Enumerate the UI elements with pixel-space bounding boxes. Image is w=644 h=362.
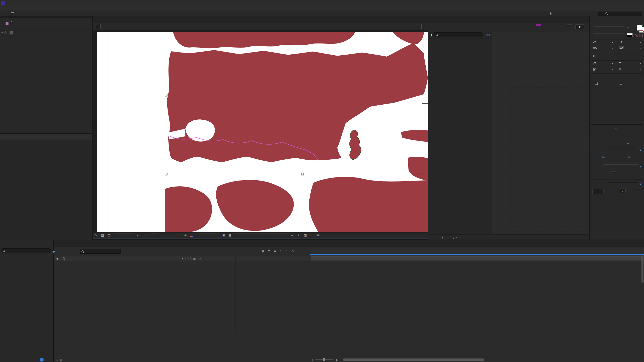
stagger-info-icon[interactable]: i xyxy=(640,183,641,186)
region-of-interest-icon[interactable]: ▭ xyxy=(143,234,146,237)
fast-previews-icon[interactable]: ⚡ xyxy=(297,234,299,237)
composition-viewport[interactable] xyxy=(93,30,428,248)
draft-3d-icon[interactable]: ❖ xyxy=(268,249,270,252)
timeline-v-scrollbar[interactable] xyxy=(641,255,643,283)
font-family-select[interactable] xyxy=(593,26,624,27)
work-area-bar[interactable] xyxy=(311,256,641,260)
composer-list-pane: ★ ⚙ xyxy=(428,32,492,234)
viewer-timecode[interactable] xyxy=(151,233,156,234)
preview-panel-body xyxy=(0,140,92,240)
frame-blending-icon[interactable]: ◑ xyxy=(280,249,281,252)
pixel-aspect-icon[interactable]: ⌐ xyxy=(291,234,293,237)
grid-options-icon[interactable]: ⌖ xyxy=(137,234,139,237)
do-button[interactable] xyxy=(635,189,640,190)
help-search-input[interactable] xyxy=(598,12,642,16)
order-select[interactable]: ▾ xyxy=(619,189,626,193)
stroke-style-select[interactable] xyxy=(613,54,644,55)
vertical-scale-icon: ↕T xyxy=(593,62,596,65)
app-icon xyxy=(1,1,5,5)
time-ruler[interactable] xyxy=(310,248,644,254)
no-stroke-swatch[interactable] xyxy=(639,34,643,37)
ligatures-checkbox[interactable] xyxy=(595,82,598,85)
twirl-icon[interactable]: ▾ xyxy=(0,31,3,34)
shift-right-arrow-icon[interactable]: ➡ xyxy=(628,155,631,159)
shy-layers-icon[interactable]: ☷ xyxy=(274,249,276,252)
viewer-toggle-icon[interactable]: ◫ xyxy=(108,234,110,237)
shift-select[interactable] xyxy=(603,148,639,149)
composer-drop-zone[interactable] xyxy=(511,88,587,227)
swap-fill-stroke-icon[interactable]: ⇄ xyxy=(641,24,643,27)
hindi-digits-checkbox[interactable] xyxy=(620,82,622,85)
timeline-panel: ⚏ ❖ ☷ ◑ ◔ ∿ ◁)) ✱☼╲fx▦◐⊙ ⊙≣◫ ▲ ▲ xyxy=(54,240,644,362)
align-select[interactable] xyxy=(603,164,639,165)
user-guide-button[interactable] xyxy=(567,24,572,26)
fill-stroke-reset-icon[interactable] xyxy=(627,33,633,37)
show-snapshot-icon[interactable]: ◉ xyxy=(184,234,187,237)
more-tools-button[interactable]: ▾ xyxy=(584,235,585,238)
shift-left-arrow-icon[interactable]: ⬅ xyxy=(602,155,605,159)
leading-icon: ↕A xyxy=(619,41,622,44)
composer-header-row: ☻ xyxy=(428,24,589,31)
store-button[interactable] xyxy=(536,24,541,26)
exposure-reset-icon[interactable]: ✇ xyxy=(317,234,319,237)
align-info-icon[interactable]: i xyxy=(640,165,641,168)
work-area-row xyxy=(310,255,644,261)
video-column-icon xyxy=(56,257,59,260)
renderer-value-button[interactable] xyxy=(416,24,422,29)
timeline-zoom-slider[interactable] xyxy=(315,359,333,360)
focused-panel-border xyxy=(93,239,428,239)
no-fill-swatch[interactable] xyxy=(635,34,638,37)
graph-editor-icon[interactable]: ∿ xyxy=(292,249,294,252)
primary-viewer-icon[interactable]: ⬓ xyxy=(101,234,104,237)
snapshot-icon[interactable]: ⛶ xyxy=(178,234,180,237)
magnification-select[interactable] xyxy=(116,233,134,234)
panel-close-icon[interactable] xyxy=(0,20,2,23)
playhead-handle[interactable] xyxy=(52,251,56,255)
transparency-grid-icon[interactable]: ▦ xyxy=(228,234,231,237)
account-icon[interactable]: ☻ xyxy=(575,24,584,29)
mini-flowchart-icon[interactable]: ⚏ xyxy=(262,249,264,252)
eyedropper-icon[interactable]: ✐ xyxy=(627,26,629,29)
preview-panel-header[interactable] xyxy=(0,133,92,140)
align-to-playhead-button[interactable] xyxy=(611,171,617,173)
camera-select[interactable] xyxy=(236,233,268,234)
transition-shifter-menu-icon[interactable]: ≡ xyxy=(627,142,629,145)
resolution-select[interactable] xyxy=(198,233,219,234)
zoom-in-mountain-icon[interactable]: ▲ xyxy=(335,358,338,361)
timeline-h-scrollbar[interactable] xyxy=(343,358,484,361)
tool-bar: ⚙ xyxy=(0,11,644,17)
fx-badge-icon: fx xyxy=(4,31,7,34)
font-size-icon: ᴛT xyxy=(593,41,596,44)
favorites-star-icon[interactable]: ★ xyxy=(430,33,433,37)
composer-search-input[interactable] xyxy=(434,32,482,37)
flowchart-icon[interactable]: ⚏ xyxy=(310,234,313,237)
always-preview-icon[interactable]: ⧉ xyxy=(95,234,97,237)
workspace-settings-icon[interactable]: ⚙ xyxy=(549,12,552,15)
timeline-search-input[interactable] xyxy=(80,249,121,254)
status-icon xyxy=(40,358,44,361)
motion-blur-icon[interactable]: ◔ xyxy=(286,249,288,252)
timeline-bottom-bar: ⊙≣◫ ▲ ▲ xyxy=(54,357,644,362)
snapping-checkbox[interactable] xyxy=(11,12,14,15)
stagger-select[interactable] xyxy=(607,182,639,183)
effects-search-input[interactable] xyxy=(1,248,51,253)
channels-icon[interactable] xyxy=(190,235,193,238)
character-menu-icon[interactable]: ≡ xyxy=(618,19,619,22)
view-layout-select[interactable] xyxy=(269,233,290,234)
breadcrumb-comp-chip[interactable] xyxy=(96,24,101,29)
stagger-frames-input[interactable] xyxy=(592,189,603,194)
comp-white-background xyxy=(97,32,428,232)
zoom-out-mountain-icon[interactable]: ▲ xyxy=(311,358,313,361)
remove-button[interactable]: ▾ xyxy=(456,235,457,238)
playhead-line[interactable] xyxy=(54,251,54,357)
timeline-toggles-icons[interactable]: ⊙≣◫ xyxy=(56,358,68,361)
faux-style-buttons xyxy=(596,75,639,80)
composer-settings-icon[interactable]: ⚙ xyxy=(486,33,490,37)
shift-info-icon[interactable]: i xyxy=(640,148,641,151)
paragraph-menu-icon[interactable]: ≡ xyxy=(615,127,617,130)
timeline-button-icon[interactable]: ▥ xyxy=(304,234,307,237)
character-panel: ≡ ✐ ⇄ ᴛT ▾ ↕A ▾ V̸A ▾ VA ▾ ≡ ▾ ↕T ▾ T↔ ▾… xyxy=(589,16,644,240)
font-style-select[interactable] xyxy=(593,33,624,34)
lock-icon[interactable] xyxy=(10,22,12,24)
target-region-icon[interactable]: ▣ xyxy=(222,234,225,237)
